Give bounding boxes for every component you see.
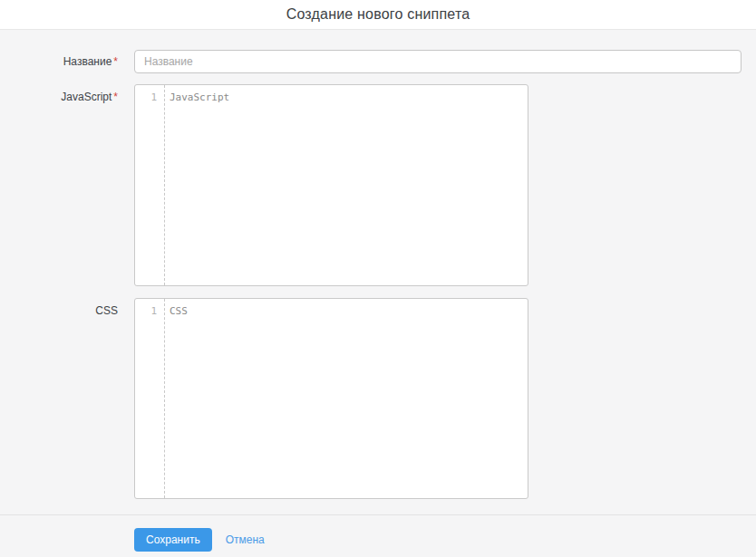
javascript-field-row: JavaScript* 1 JavaScript [0,84,756,286]
name-field-row: Название* [0,50,756,73]
page-header: Создание нового сниппета [0,0,756,30]
css-field-label: CSS [0,298,118,318]
form-footer: Сохранить Отмена [0,515,756,552]
save-button[interactable]: Сохранить [134,528,212,552]
page-title: Создание нового сниппета [286,6,470,23]
javascript-code-editor[interactable]: 1 JavaScript [134,84,528,286]
javascript-editor-gutter: 1 [135,85,165,285]
css-field-row: CSS 1 CSS [0,298,756,499]
css-editor-placeholder: CSS [165,299,528,498]
css-code-editor[interactable]: 1 CSS [134,298,528,499]
line-number: 1 [135,305,157,318]
javascript-field-label-text: JavaScript [61,91,111,103]
line-number: 1 [135,91,157,104]
javascript-field-label: JavaScript* [0,84,118,104]
required-asterisk: * [113,91,118,103]
required-asterisk: * [113,55,118,68]
name-field-label: Название* [0,54,118,69]
cancel-link[interactable]: Отмена [226,533,265,546]
name-input[interactable] [134,50,741,73]
name-field-label-text: Название [63,55,112,68]
snippet-form: Название* JavaScript* 1 JavaScript CSS 1… [0,30,756,499]
css-editor-gutter: 1 [135,299,165,498]
css-field-label-text: CSS [95,304,118,317]
javascript-editor-placeholder: JavaScript [165,85,528,285]
